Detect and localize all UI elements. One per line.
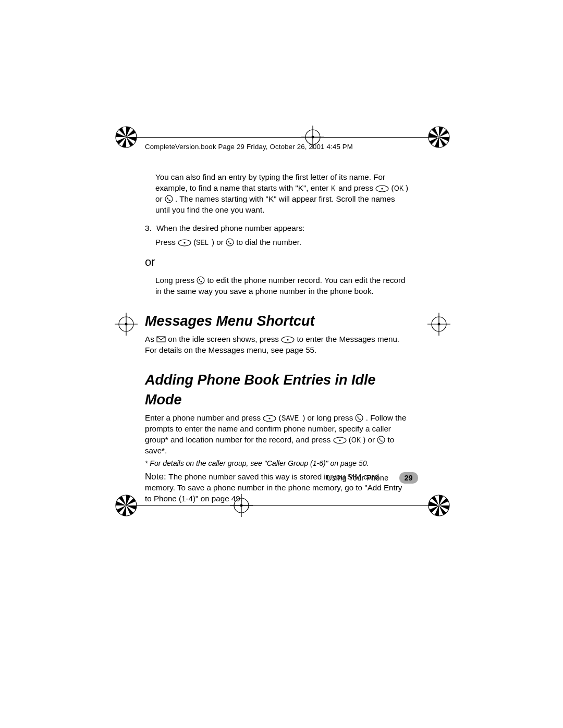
register-pinwheel-icon	[115, 494, 138, 517]
call-key-icon	[377, 436, 385, 444]
softkey-icon	[333, 436, 347, 443]
text: on the idle screen shows, press	[168, 335, 281, 343]
softkey-icon	[263, 414, 276, 422]
text: When the desired phone number appears:	[156, 224, 305, 232]
or-separator: or	[145, 254, 411, 270]
heading-messages-shortcut: Messages Menu Shortcut	[145, 312, 411, 331]
key-letter-k: K	[331, 183, 336, 194]
label-ok: OK	[351, 435, 361, 446]
text: ) or long press	[302, 413, 355, 422]
call-key-icon	[226, 238, 234, 246]
messages-paragraph: As on the idle screen shows, press to en…	[145, 334, 411, 356]
find-entry-paragraph: You can also find an entry by typing the…	[145, 172, 411, 216]
softkey-icon	[178, 239, 191, 246]
label-save: SAVE	[282, 413, 299, 424]
softkey-icon	[375, 184, 389, 192]
footnote-caller-group: * For details on the caller group, see "…	[145, 459, 411, 468]
call-key-icon	[355, 414, 363, 422]
call-key-icon	[165, 195, 173, 203]
footer-section-title: Using Your Phone	[327, 474, 389, 482]
adding-paragraph: Enter a phone number and press (SAVE) or…	[145, 413, 411, 456]
text: Press	[155, 238, 178, 246]
label-ok: OK	[394, 183, 403, 194]
text: (	[279, 413, 282, 422]
label-sel: SEL	[196, 237, 209, 248]
softkey-icon	[281, 336, 295, 343]
text: (	[391, 183, 394, 192]
envelope-icon	[156, 335, 166, 342]
heading-adding-entries: Adding Phone Book Entries in Idle Mode	[145, 371, 411, 410]
long-press-paragraph: Long press to edit the phone number reco…	[145, 275, 411, 297]
register-crosshair-icon	[427, 313, 450, 336]
call-key-icon	[197, 276, 205, 285]
page-content: You can also find an entry by typing the…	[145, 172, 411, 507]
step-number: 3.	[145, 223, 152, 234]
note-label: Note:	[145, 472, 168, 482]
step-3-detail: Press (SEL) or to dial the number.	[145, 237, 411, 248]
manual-page: CompleteVersion.book Page 29 Friday, Oct…	[0, 0, 563, 728]
step-3: 3. When the desired phone number appears…	[145, 223, 411, 234]
text: . The names starting with "K" will appea…	[155, 194, 395, 214]
text: ) or	[212, 238, 226, 246]
text: to dial the number.	[236, 238, 301, 246]
text: Long press	[155, 276, 197, 285]
crop-line-top	[126, 137, 437, 138]
text: As	[145, 335, 156, 343]
page-footer: Using Your Phone 29	[327, 472, 418, 484]
page-number-badge: 29	[399, 472, 418, 484]
register-pinwheel-icon	[427, 126, 450, 149]
text: and press	[338, 183, 375, 192]
register-pinwheel-icon	[115, 126, 138, 149]
text: ) or	[363, 435, 377, 444]
text: Enter a phone number and press	[145, 413, 263, 422]
register-pinwheel-icon	[427, 494, 450, 517]
framemaker-header: CompleteVersion.book Page 29 Friday, Oct…	[145, 143, 353, 151]
register-crosshair-icon	[115, 313, 138, 336]
